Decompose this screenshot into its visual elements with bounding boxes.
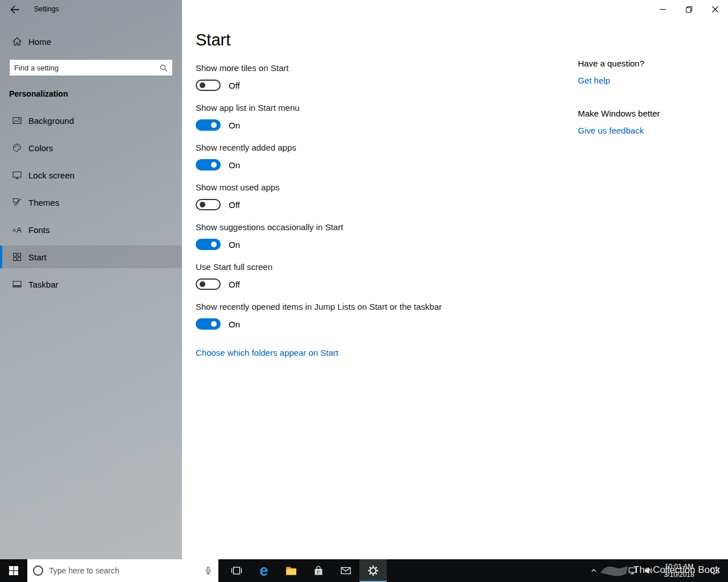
sidebar-item-label: Lock screen (28, 171, 75, 180)
help-column: Have a question? Get help Make Windows b… (578, 59, 709, 136)
system-tray: 10:01 AM 3/10/2018 (586, 559, 728, 582)
toggle-state-label: Off (229, 280, 240, 289)
sidebar-item-taskbar[interactable]: Taskbar (0, 273, 182, 296)
mail-button[interactable] (332, 559, 359, 582)
toggle-knob (211, 321, 217, 327)
file-explorer-icon (285, 564, 297, 577)
toggle-knob (211, 122, 217, 128)
search-icon (159, 64, 168, 72)
setting-label: Show more tiles on Start (196, 63, 514, 74)
task-view-icon (230, 564, 243, 577)
lockscreen-icon (13, 171, 22, 180)
clock-time: 10:01 AM (665, 563, 694, 571)
toggle-switch[interactable] (196, 80, 221, 91)
store-button[interactable] (305, 559, 332, 582)
toggle-switch[interactable] (196, 159, 221, 171)
sidebar-item-background[interactable]: Background (0, 109, 182, 132)
toggle-knob (211, 162, 217, 168)
sidebar-item-home[interactable]: Home (0, 30, 182, 53)
sidebar-item-themes[interactable]: Themes (0, 191, 182, 214)
setting-show-most-used: Show most used apps Off (196, 182, 514, 211)
taskbar-search[interactable] (27, 559, 218, 582)
toggle-switch[interactable] (196, 119, 221, 131)
toggle-knob (211, 242, 217, 247)
file-explorer-button[interactable] (278, 559, 305, 582)
home-icon (13, 37, 22, 46)
microphone-icon[interactable] (204, 566, 213, 575)
back-arrow-icon (9, 4, 20, 15)
sidebar-item-label: Themes (28, 198, 59, 207)
edge-button[interactable]: e (250, 559, 278, 582)
settings-window: Settings Home Personalization (0, 0, 728, 559)
taskbar-icon (13, 280, 22, 289)
setting-label: Show recently opened items in Jump Lists… (196, 301, 514, 313)
make-windows-better-title: Make Windows better (578, 109, 709, 118)
setting-label: Use Start full screen (196, 261, 514, 273)
speaker-icon (644, 566, 653, 575)
windows-logo-icon (9, 566, 18, 575)
sidebar-item-start[interactable]: Start (0, 246, 182, 268)
setting-show-more-tiles: Show more tiles on Start Off (196, 63, 514, 92)
setting-start-full-screen: Use Start full screen Off (196, 261, 514, 291)
caption-controls (650, 0, 728, 18)
setting-show-jump-lists: Show recently opened items in Jump Lists… (196, 301, 514, 331)
sidebar-item-fonts[interactable]: AA Fonts (0, 218, 182, 241)
sidebar-item-label: Background (28, 116, 74, 126)
show-hidden-icons-button[interactable] (586, 559, 602, 582)
store-icon (312, 564, 325, 577)
setting-show-recently-added: Show recently added apps On (196, 142, 514, 172)
mail-icon (340, 564, 352, 577)
screen: Settings Home Personalization (0, 0, 728, 582)
taskbar: e (0, 559, 728, 582)
sidebar-item-label: Colors (28, 143, 53, 153)
close-button[interactable] (702, 0, 728, 18)
themes-icon (13, 198, 22, 207)
clock[interactable]: 10:01 AM 3/10/2018 (656, 563, 702, 579)
toggle-switch[interactable] (196, 199, 221, 210)
setting-show-app-list: Show app list in Start menu On (196, 102, 514, 132)
toggle-switch[interactable] (196, 318, 221, 330)
get-help-link[interactable]: Get help (578, 76, 610, 85)
start-button[interactable] (0, 559, 27, 582)
network-icon (628, 566, 637, 575)
palette-icon (13, 143, 22, 152)
minimize-button[interactable] (650, 0, 676, 18)
svg-text:A: A (16, 226, 22, 234)
cortana-icon (33, 566, 43, 576)
toggle-state-label: On (229, 160, 240, 170)
sidebar-nav-list: Background Colors Lock screen (0, 109, 182, 300)
toggle-switch[interactable] (196, 278, 221, 290)
chevron-up-icon (590, 567, 597, 574)
gear-icon (367, 565, 379, 576)
network-tray-button[interactable] (624, 559, 640, 582)
taskbar-search-input[interactable] (49, 566, 204, 575)
setting-label: Show app list in Start menu (196, 102, 514, 114)
task-view-button[interactable] (223, 559, 250, 582)
back-button[interactable] (6, 2, 24, 17)
toggle-knob (200, 82, 205, 88)
sidebar-item-lock-screen[interactable]: Lock screen (0, 164, 182, 186)
choose-folders-link[interactable]: Choose which folders appear on Start (196, 348, 338, 357)
toggle-knob (200, 281, 205, 287)
volume-tray-button[interactable] (640, 559, 656, 582)
search-input[interactable] (14, 64, 159, 72)
page-title: Start (196, 31, 230, 49)
sidebar-item-colors[interactable]: Colors (0, 136, 182, 159)
settings-taskbar-button[interactable] (359, 559, 387, 582)
action-center-button[interactable] (702, 559, 728, 582)
window-title: Settings (34, 5, 59, 13)
give-feedback-link[interactable]: Give us feedback (578, 126, 644, 135)
toggle-state-label: Off (229, 200, 240, 210)
image-icon (13, 116, 22, 125)
sidebar-item-label: Fonts (28, 225, 50, 235)
toggle-state-label: On (229, 120, 240, 130)
find-setting-searchbox[interactable] (9, 59, 173, 76)
setting-label: Show most used apps (196, 182, 514, 193)
toggle-state-label: On (229, 319, 240, 329)
toggle-switch[interactable] (196, 239, 221, 250)
sidebar: Settings Home Personalization (0, 0, 182, 559)
restore-button[interactable] (676, 0, 702, 18)
toggle-knob (200, 202, 205, 207)
sidebar-item-label: Taskbar (28, 280, 59, 289)
edge-icon: e (259, 563, 268, 579)
